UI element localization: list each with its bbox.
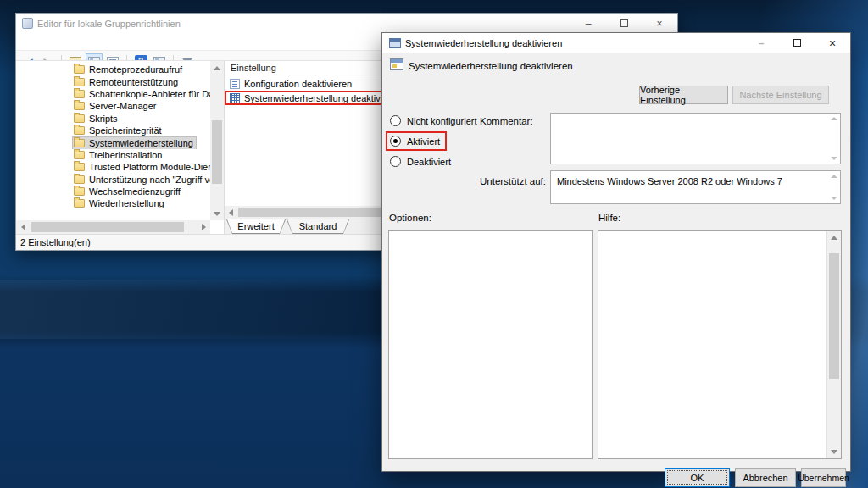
scrollbar-thumb[interactable] (212, 120, 222, 184)
tree-item-label: Remoteunterstützung (89, 77, 178, 87)
minimize-button[interactable]: – (570, 14, 606, 33)
menu-item[interactable] (31, 33, 47, 50)
tree-item[interactable]: Treiberinstallation (16, 149, 210, 161)
dialog-title: Systemwiederherstellung deaktivieren (405, 38, 562, 48)
scroll-left-icon[interactable] (16, 220, 30, 234)
policy-dialog-icon (389, 38, 401, 48)
maximize-icon (793, 39, 801, 47)
options-box (388, 230, 593, 459)
minimize-button[interactable]: – (743, 33, 779, 53)
folder-icon (74, 65, 85, 74)
tree-item-label: Wechselmedienzugriff (89, 186, 181, 197)
tree-list: Remoteprozeduraufruf Remoteunterstützung… (16, 64, 210, 210)
view-tab[interactable]: Standard (287, 219, 349, 234)
help-box (598, 230, 842, 459)
tree-item-label: Server-Manager (89, 101, 156, 111)
tree-item-label: Schattenkopie-Anbieter für Dateifr (89, 89, 210, 99)
tree-item[interactable]: Skripts (16, 113, 210, 125)
radio-icon (390, 136, 401, 147)
dialog-titlebar[interactable]: Systemwiederherstellung deaktivieren – × (382, 33, 850, 53)
previous-setting-button[interactable]: Vorherige Einstellung (639, 86, 728, 104)
ok-button[interactable]: OK (665, 468, 730, 487)
scroll-up-icon[interactable] (210, 61, 224, 75)
tree-item-label: Skripts (89, 114, 118, 124)
help-label: Hilfe: (598, 213, 620, 223)
folder-icon (74, 187, 85, 196)
scrollbar-thumb[interactable] (829, 253, 839, 379)
radio-option[interactable]: Deaktiviert (387, 153, 456, 169)
menu-item[interactable] (47, 33, 62, 50)
tree-item[interactable]: Server-Manager (16, 100, 210, 112)
folder-icon (74, 126, 85, 135)
chevron-down-icon[interactable] (831, 197, 837, 200)
folder-icon (74, 78, 85, 86)
maximize-button[interactable] (606, 14, 642, 33)
radio-label: Aktiviert (407, 136, 440, 147)
supported-on-value: Mindestens Windows Server 2008 R2 oder W… (557, 176, 823, 186)
tree-item[interactable]: Remoteprozeduraufruf (16, 64, 210, 75)
policy-dialog: Systemwiederherstellung deaktivieren – ×… (381, 32, 851, 472)
status-text: 2 Einstellung(en) (20, 237, 91, 247)
scrollbar-thumb[interactable] (31, 222, 184, 232)
maximize-icon (620, 19, 628, 27)
comment-label: Kommentar: (480, 116, 533, 126)
tree-item[interactable]: Schattenkopie-Anbieter für Dateifr (16, 88, 210, 100)
scroll-right-icon[interactable] (197, 220, 210, 234)
menu-item[interactable] (62, 33, 77, 50)
setting-label: Systemwiederherstellung deaktivieren (244, 93, 401, 103)
tree-item[interactable]: Unterstützung nach "Zugriff verwe (16, 174, 210, 186)
chevron-up-icon[interactable] (831, 117, 837, 120)
folder-icon (74, 199, 85, 208)
gpedit-titlebar[interactable]: Editor für lokale Gruppenrichtlinien – × (16, 14, 677, 33)
tree-item-label: Systemwiederherstellung (89, 138, 193, 148)
view-tab[interactable]: Erweitert (226, 219, 286, 234)
close-button[interactable]: × (815, 33, 850, 53)
gpedit-window-title: Editor für lokale Gruppenrichtlinien (37, 19, 181, 29)
tree-item[interactable]: Systemwiederherstellung (16, 136, 210, 148)
setting-title: Systemwiederherstellung deaktivieren (409, 61, 573, 71)
tree-item[interactable]: Trusted Platform Module-Dienste (16, 161, 210, 173)
scroll-down-icon[interactable] (827, 446, 841, 458)
scroll-down-icon[interactable] (210, 207, 224, 220)
supported-on-label: Unterstützt auf: (480, 176, 546, 186)
tree-item-label: Speicherintegrität (89, 125, 162, 136)
tree-item[interactable]: Remoteunterstützung (16, 75, 210, 87)
policy-list-icon (230, 79, 240, 89)
chevron-down-icon[interactable] (831, 157, 837, 160)
tree-item-label: Wiederherstellung (89, 198, 164, 208)
cancel-button[interactable]: Abbrechen (735, 468, 796, 487)
desktop-wallpaper: Editor für lokale Gruppenrichtlinien – ×… (0, 0, 868, 488)
tab-label: Erweitert (226, 219, 286, 233)
folder-icon (74, 114, 85, 123)
supported-on-box[interactable]: Mindestens Windows Server 2008 R2 oder W… (550, 170, 841, 204)
comment-textarea[interactable] (550, 113, 841, 164)
folder-icon (74, 139, 85, 147)
tree-item-label: Remoteprozeduraufruf (89, 64, 182, 75)
folder-icon (74, 151, 85, 159)
tree-item[interactable]: Wiederherstellung (16, 197, 210, 209)
folder-icon (74, 175, 85, 184)
tree-horizontal-scrollbar[interactable] (16, 220, 210, 234)
menu-item[interactable] (16, 33, 31, 50)
tree-item[interactable]: Speicherintegrität (16, 125, 210, 136)
chevron-up-icon[interactable] (831, 175, 837, 178)
tree-item-label: Trusted Platform Module-Dienste (89, 162, 210, 172)
radio-option[interactable]: Nicht konfiguriert (387, 113, 482, 129)
radio-option[interactable]: Aktiviert (387, 133, 445, 149)
help-vertical-scrollbar[interactable] (826, 231, 841, 458)
options-label: Optionen: (389, 213, 431, 223)
folder-icon (74, 163, 85, 171)
folder-icon (74, 102, 85, 110)
apply-button[interactable]: Übernehmen (801, 468, 846, 487)
tree-item[interactable]: Wechselmedienzugriff (16, 186, 210, 197)
tree-vertical-scrollbar[interactable] (210, 61, 224, 220)
maximize-button[interactable] (779, 33, 815, 53)
tree-item-label: Unterstützung nach "Zugriff verwe (89, 175, 210, 185)
tab-label: Standard (287, 219, 349, 233)
close-button[interactable]: × (642, 14, 677, 33)
scroll-left-icon[interactable] (225, 206, 237, 219)
radio-icon (390, 156, 401, 167)
radio-label: Nicht konfiguriert (407, 116, 477, 126)
scroll-up-icon[interactable] (827, 231, 841, 244)
policy-setting-icon (390, 58, 403, 70)
